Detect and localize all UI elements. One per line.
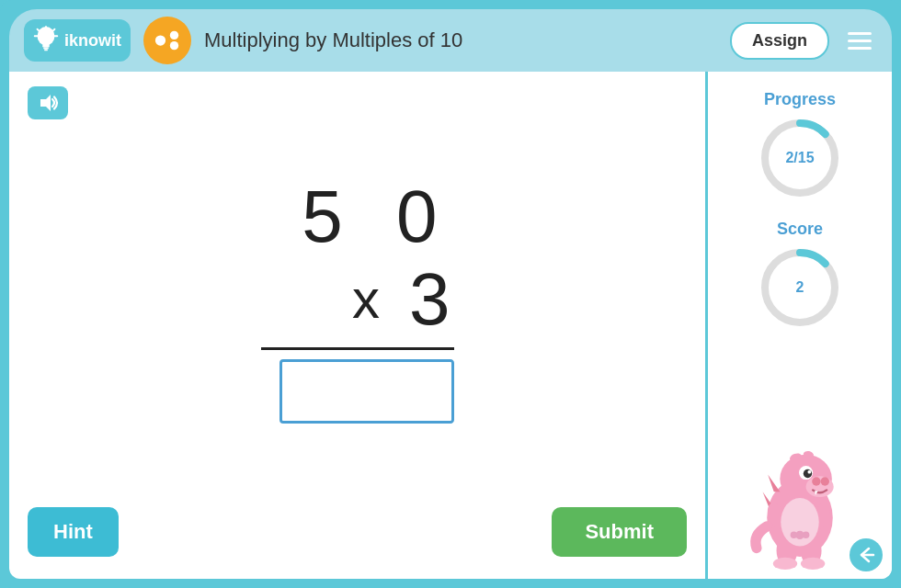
- hint-button[interactable]: Hint: [28, 507, 119, 557]
- progress-label: Progress: [764, 90, 836, 109]
- main-area: 5 0 x 3 Hint Submit Progress: [9, 72, 892, 579]
- svg-point-10: [170, 31, 178, 40]
- menu-line-2: [848, 40, 872, 42]
- svg-point-37: [791, 532, 798, 539]
- score-circle: 2: [758, 246, 841, 329]
- svg-marker-12: [40, 95, 51, 111]
- dino-character: [740, 423, 860, 570]
- submit-button[interactable]: Submit: [552, 507, 687, 557]
- svg-point-20: [812, 477, 820, 485]
- answer-input-box[interactable]: [279, 359, 454, 424]
- logo-icon: [33, 25, 59, 56]
- math-number-top: 5 0: [302, 176, 453, 257]
- math-problem: 5 0 x 3: [261, 176, 454, 424]
- multiply-symbol: x: [352, 267, 383, 331]
- sound-button[interactable]: [28, 86, 68, 119]
- svg-marker-27: [768, 474, 780, 492]
- lesson-icon: [143, 17, 191, 64]
- lesson-icon-svg: [154, 27, 181, 54]
- svg-point-33: [773, 558, 797, 570]
- svg-point-24: [807, 470, 811, 474]
- left-panel: 5 0 x 3 Hint Submit: [9, 72, 708, 579]
- score-label: Score: [777, 220, 823, 239]
- logo-text: iknowit: [64, 31, 121, 51]
- svg-rect-1: [42, 45, 50, 48]
- sound-icon: [37, 93, 59, 113]
- svg-point-21: [821, 477, 829, 485]
- menu-button[interactable]: [842, 27, 877, 55]
- logo: iknowit: [24, 19, 131, 62]
- math-division-line: [261, 347, 454, 350]
- progress-value: 2/15: [785, 150, 814, 166]
- menu-line-3: [848, 47, 872, 50]
- bottom-buttons: Hint Submit: [28, 507, 687, 564]
- progress-circle: 2/15: [758, 117, 841, 199]
- app-frame: iknowit Multiplying by Multiples of 10 A…: [0, 0, 901, 588]
- right-panel: Progress 2/15 Score 2: [708, 72, 892, 579]
- problem-area: 5 0 x 3: [28, 129, 687, 507]
- svg-rect-3: [44, 49, 48, 51]
- svg-rect-2: [43, 48, 49, 50]
- assign-button[interactable]: Assign: [730, 22, 829, 60]
- back-arrow-icon: [857, 547, 875, 563]
- lesson-title: Multiplying by Multiples of 10: [204, 28, 717, 52]
- header: iknowit Multiplying by Multiples of 10 A…: [9, 9, 892, 72]
- svg-point-38: [803, 532, 810, 539]
- menu-line-1: [848, 32, 872, 35]
- svg-line-6: [53, 29, 55, 31]
- math-multiplier-row: x 3: [352, 257, 454, 342]
- dino-area: [717, 329, 883, 570]
- svg-point-23: [804, 469, 812, 478]
- back-arrow-button[interactable]: [850, 538, 883, 571]
- score-value: 2: [796, 279, 804, 296]
- svg-point-34: [801, 558, 825, 570]
- svg-point-11: [170, 41, 178, 50]
- svg-point-9: [155, 35, 165, 45]
- svg-line-5: [38, 29, 40, 31]
- math-number-bottom: 3: [409, 257, 454, 342]
